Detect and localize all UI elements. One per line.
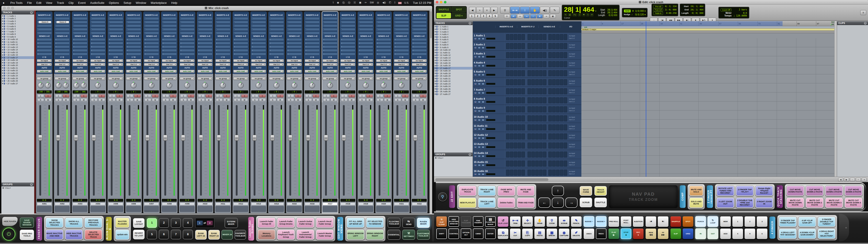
insert-slot-a[interactable] (126, 17, 141, 20)
track-list-item[interactable]: ➤ 11 Audio 11 (1, 41, 34, 43)
output-selector[interactable]: Out 1-2✛ (394, 63, 409, 66)
track-list-item[interactable]: ➤ 1 Audio 1 (1, 15, 34, 18)
track-show-dot-icon[interactable] (435, 91, 436, 92)
io-cell[interactable]: no inputOut 1-2 (568, 123, 581, 132)
record-arm-button[interactable]: ● (63, 94, 69, 98)
input-selector[interactable]: no input▾ (215, 59, 230, 62)
modifier-key[interactable]: ENTER (485, 228, 496, 239)
insert-slot-d[interactable] (197, 28, 213, 31)
voice-selector[interactable] (394, 75, 409, 76)
insert-slot-a[interactable] (55, 17, 70, 20)
solo-button[interactable]: S (91, 98, 98, 102)
input-monitor-button[interactable]: ⇣ (91, 94, 98, 98)
insert-slot-e[interactable] (144, 32, 159, 34)
scroll-button[interactable]: + (856, 178, 861, 181)
raven-button[interactable]: 2 FINGER TAP =PLAY= (736, 185, 754, 196)
timeline-track-lane[interactable] (581, 120, 834, 128)
send-slot-b[interactable]: ➧ (162, 42, 177, 44)
mute-button[interactable]: M (482, 37, 485, 40)
insert-slot-c[interactable] (412, 24, 427, 27)
mute-button[interactable]: M (420, 98, 427, 102)
strip-name[interactable]: A006 (126, 203, 141, 205)
record-arm-button[interactable]: ● (188, 94, 194, 98)
send-slot-b[interactable]: ➧ (108, 42, 123, 44)
voice-selector[interactable] (376, 75, 391, 76)
solo-button[interactable]: S (73, 98, 80, 102)
sends-a-e-slots[interactable] (548, 69, 568, 78)
record-arm-button[interactable]: ● (313, 94, 319, 98)
layout-number-key[interactable]: 6 (159, 230, 169, 240)
timeline-track-lane[interactable] (581, 156, 834, 165)
insert-slot-a[interactable] (251, 17, 266, 20)
track-list-item[interactable]: ➤ 22 Audio 22 (1, 69, 34, 72)
fader-handle[interactable] (163, 135, 167, 141)
voice-selector[interactable] (37, 75, 52, 76)
menu-item[interactable]: View (43, 1, 55, 4)
edit-track-row[interactable]: 10 Audio 10 ● S M (473, 114, 581, 123)
group-selector[interactable]: no group▾ (340, 77, 355, 80)
vertical-scrollbar[interactable] (834, 21, 837, 177)
tab-4-finger[interactable]: 4 FINGER (770, 216, 775, 239)
comments-box[interactable] (72, 206, 88, 212)
status-icon[interactable]: ◀)) (381, 1, 388, 4)
raven-button[interactable]: 3 RIGHT ZOOM IN (755, 197, 773, 208)
fader-handle[interactable] (199, 135, 203, 141)
track-list-item[interactable]: ➤ 10 Audio 10 (434, 49, 473, 52)
record-arm-button[interactable]: ● (152, 94, 159, 98)
zoom-preset-button[interactable]: 5 (493, 14, 498, 18)
clip-loop-key[interactable]: ↺ CLIP LOOP (498, 216, 508, 227)
strip-name[interactable]: A017 (322, 203, 338, 205)
track-list-item[interactable]: ➤ 8 Audio 8 (434, 43, 473, 46)
raven-button[interactable]: SHUTTLE (594, 197, 607, 207)
automation-mode-selector[interactable]: auto read▾ (162, 70, 177, 73)
mute-button[interactable]: M (402, 98, 409, 102)
inserts-a-e-slots[interactable] (504, 123, 526, 132)
record-arm-button[interactable]: ● (348, 94, 355, 98)
strip-name[interactable]: A015 (287, 203, 302, 205)
comments-box[interactable] (108, 206, 123, 212)
fader-handle[interactable] (270, 135, 274, 141)
input-selector[interactable]: no input▾ (197, 59, 213, 62)
insert-slot-b[interactable] (322, 21, 338, 24)
memory-key[interactable]: 2 (745, 216, 755, 227)
input-monitor-button[interactable]: ⇣ (145, 94, 151, 98)
timeline-track-lane[interactable] (581, 111, 834, 120)
track-show-dot-icon[interactable] (435, 70, 436, 71)
fader-handle[interactable] (306, 135, 310, 141)
track-list-item[interactable]: ➤ 2 Audio 2 (1, 18, 34, 20)
mute-button[interactable]: M (366, 98, 373, 102)
send-slot-a[interactable]: ➧ (126, 38, 141, 41)
counter-status-icon[interactable]: ▤ (568, 13, 572, 16)
insert-slot-b[interactable]: Ozone 8 (37, 21, 52, 24)
raven-button[interactable]: HIDE INACTIVE TRACKS (65, 229, 83, 240)
inserts-f-j-slots[interactable] (526, 41, 548, 50)
send-slot-a[interactable]: ➧ (358, 38, 373, 41)
send-slot-a[interactable]: ➧ (340, 38, 355, 41)
insert-slot-d[interactable] (108, 28, 123, 31)
insert-slot-c[interactable] (287, 24, 302, 27)
solo-button[interactable]: S (270, 98, 276, 102)
zoom-out-button[interactable]: ◀ (469, 7, 476, 13)
group-selector[interactable]: no group▾ (90, 77, 105, 80)
solo-button[interactable]: S (477, 37, 481, 40)
solo-button[interactable]: S (477, 128, 481, 130)
strip-name[interactable]: A008 (162, 203, 177, 205)
send-slot-b[interactable]: ➧ (322, 42, 338, 44)
insert-slot-c[interactable] (144, 24, 159, 27)
roll-key[interactable]: POST ROLL (621, 216, 631, 227)
utility-key[interactable]: RAVEN MIXER (417, 218, 430, 228)
sends-a-e-slots[interactable] (548, 33, 568, 41)
sends-a-e-slots[interactable] (548, 132, 568, 141)
insert-slot-c[interactable] (233, 24, 248, 27)
locate-key[interactable]: REW◀◀ (646, 228, 656, 239)
save-raven-session-button[interactable]: SAVE RAVEN SESSION (20, 217, 34, 228)
counter-status-icon[interactable]: ◎ (578, 13, 581, 16)
modifier-key[interactable]: OPTION ALT (461, 228, 471, 239)
playhead-cursor[interactable] (646, 21, 646, 177)
record-arm-button[interactable]: ● (474, 110, 477, 112)
input-monitor-button[interactable]: ⇣ (216, 94, 223, 98)
track-name[interactable]: 13 Audio 13 (474, 143, 504, 145)
clips-menu-icon[interactable]: ▾ (864, 22, 867, 25)
record-arm-button[interactable]: ● (402, 94, 409, 98)
pan-knob-right[interactable] (63, 83, 69, 88)
